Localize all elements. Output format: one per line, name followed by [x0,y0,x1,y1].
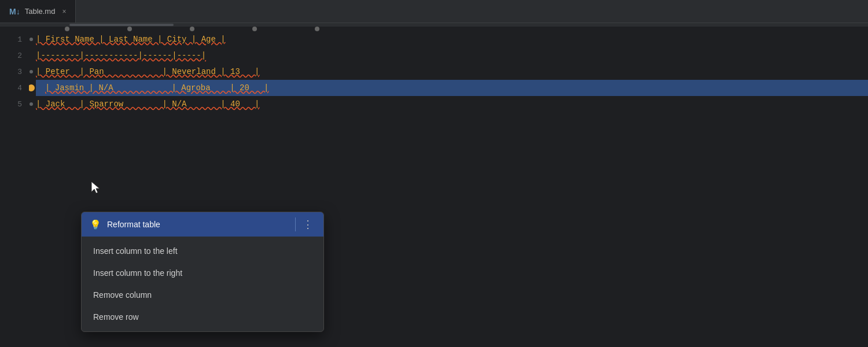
editor-container: 1 2 3 4 5 | First Name | Last Name | Cit… [0,27,868,347]
line-number-3: 3 [0,64,22,80]
svg-marker-0 [91,182,100,193]
line-4-content: | Jasmin | N/A | Agroba | 20 | [45,83,269,93]
cursor-indicator [29,84,35,91]
tab-close-button[interactable]: × [62,8,66,16]
line-numbers: 1 2 3 4 5 [0,27,29,347]
code-line-3: | Peter | Pan | Neverland | 13 | [36,64,868,80]
code-line-4: | Jasmin | N/A | Agroba | 20 | [36,80,868,96]
line-1-content: | First Name | Last Name | City | Age | [36,35,226,44]
top-handles [65,27,319,31]
header-divider [295,217,296,231]
reformat-label: Reformat table [107,220,160,229]
col-handle-5[interactable] [315,27,319,31]
col-handle-4[interactable] [252,27,257,31]
insert-col-left-item[interactable]: Insert column to the left [82,240,323,262]
insert-col-right-item[interactable]: Insert column to the right [82,262,323,284]
remove-row-item[interactable]: Remove row [82,306,323,328]
dropdown-header: 💡 Reformat table ⋮ [82,212,323,237]
code-line-2: |--------|-----------|------|-----| [36,47,868,64]
dropdown-header-left: 💡 Reformat table [90,219,160,230]
line-number-2: 2 [0,47,22,64]
scroll-thumb[interactable] [69,24,174,26]
col-handle-2[interactable] [127,27,132,31]
line-number-4: 4 [0,80,22,96]
line-number-1: 1 [0,31,22,47]
line-2-content: |--------|-----------|------|-----| [36,51,206,60]
code-line-1: | First Name | Last Name | City | Age | [36,31,868,47]
lightbulb-icon: 💡 [90,219,101,230]
dropdown-popup: 💡 Reformat table ⋮ Insert column to the … [81,212,324,332]
line-3-content: | Peter | Pan | Neverland | 13 | [36,67,259,76]
line-number-5: 5 [0,96,22,112]
line-5-content: | Jack | Sparrow | N/A | 40 | [36,99,259,109]
more-options-button[interactable]: ⋮ [300,219,315,230]
tab-label: Table.md [25,7,56,16]
col-handle-1[interactable] [65,27,69,31]
dropdown-menu: Insert column to the left Insert column … [82,237,323,331]
markdown-icon: M↓ [9,7,20,16]
col-handle-3[interactable] [190,27,194,31]
code-line-5: | Jack | Sparrow | N/A | 40 | [36,96,868,112]
tab-bar: M↓ Table.md × [0,0,868,23]
remove-col-item[interactable]: Remove column [82,284,323,306]
tab-table-md[interactable]: M↓ Table.md × [0,0,76,23]
